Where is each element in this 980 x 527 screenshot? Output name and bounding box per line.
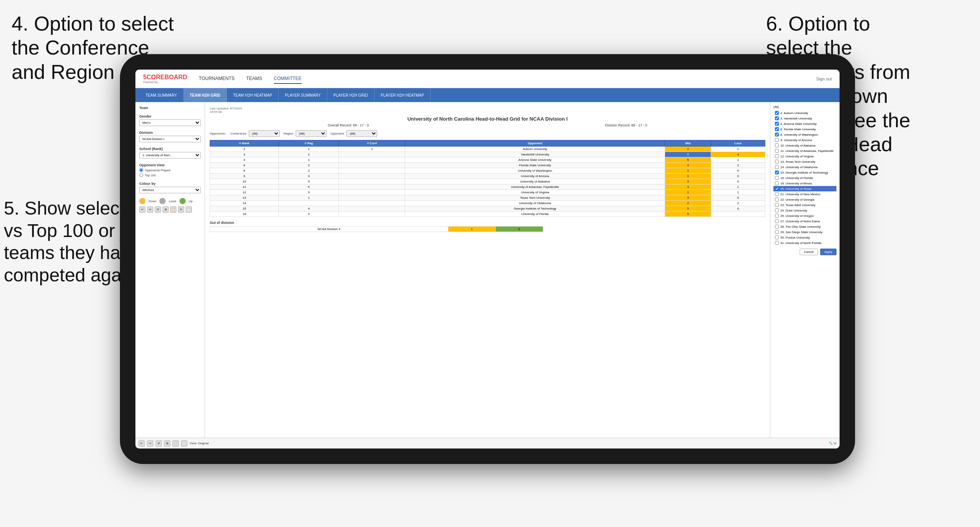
list-item-checkbox[interactable] — [775, 192, 779, 196]
cell-win: 4 — [665, 163, 711, 168]
bottom-undo[interactable]: ↩ — [139, 440, 145, 447]
bottom-redo[interactable]: ↪ — [147, 440, 153, 447]
list-item[interactable]: 9. University of Arizona — [773, 137, 836, 143]
nav-tournaments[interactable]: TOURNAMENTS — [199, 74, 234, 84]
copy-button[interactable]: ⧉ — [162, 206, 169, 213]
list-item-checkbox[interactable] — [775, 187, 779, 191]
list-item[interactable]: 3. Vanderbilt University — [773, 116, 836, 121]
subnav-team-summary[interactable]: TEAM SUMMARY — [139, 88, 184, 102]
conference-filter-select[interactable]: (All) — [249, 130, 280, 137]
opponent-filter-select[interactable]: (All) — [346, 130, 377, 137]
list-item[interactable]: 31. University of North Florida — [773, 240, 836, 246]
list-item-checkbox[interactable] — [775, 208, 779, 212]
list-item-checkbox[interactable] — [775, 149, 779, 153]
radio-top100-input[interactable] — [139, 173, 143, 177]
list-item-checkbox[interactable] — [775, 127, 779, 131]
col-win: Win — [665, 140, 711, 147]
apply-button[interactable]: Apply — [820, 249, 836, 255]
list-item[interactable]: 29. San Diego State University — [773, 229, 836, 235]
radio-top100[interactable]: Top 100 — [139, 173, 201, 177]
list-item-checkbox[interactable] — [775, 219, 779, 223]
list-item[interactable]: 16. University of Florida — [773, 175, 836, 181]
reset-button[interactable]: ↺ — [155, 206, 161, 213]
main-content: Last Updated: 4/7/2024 16:55:38 Universi… — [205, 102, 770, 438]
logo: 5COREBOARD Powered by... — [143, 74, 187, 84]
undo-button[interactable]: ↩ — [139, 206, 145, 213]
radio-opponents-played[interactable]: Opponents Played — [139, 168, 201, 172]
nav-committee[interactable]: COMMITTEE — [274, 74, 302, 84]
region-filter-select[interactable]: (All) — [296, 130, 327, 137]
division-select[interactable]: NCAA Division I — [139, 136, 201, 142]
bottom-paste[interactable]: 📋 — [173, 440, 179, 447]
colour-select[interactable]: Win/loss — [139, 187, 201, 193]
list-item[interactable]: 10. University of Alabama — [773, 143, 836, 148]
list-item[interactable]: 14. University of Oklahoma — [773, 164, 836, 170]
list-item[interactable]: 20. University of Texas — [773, 186, 836, 191]
list-item-checkbox[interactable] — [775, 241, 779, 245]
school-select[interactable]: 1. University of Nort... — [139, 152, 201, 159]
list-item-checkbox[interactable] — [775, 230, 779, 234]
gender-select[interactable]: Men's — [139, 119, 201, 126]
list-item[interactable]: 23. Texas A&M University — [773, 202, 836, 208]
cell-win: 5 — [665, 206, 711, 211]
redo-button[interactable]: ↪ — [147, 206, 153, 213]
subnav-player-h2h-grid[interactable]: PLAYER H2H GRID — [327, 88, 375, 102]
list-item[interactable]: 2. Auburn University — [773, 110, 836, 116]
list-item[interactable]: 12. University of Virginia — [773, 153, 836, 159]
list-item[interactable]: 4. Arizona State University — [773, 121, 836, 126]
list-item-checkbox[interactable] — [775, 176, 779, 180]
list-item[interactable]: 8. University of Washington — [773, 132, 836, 137]
list-item-checkbox[interactable] — [775, 111, 779, 115]
content-area: Team Gender Men's Division NCAA Division… — [135, 102, 840, 438]
list-item[interactable]: 11. University of Arkansas, Fayetteville — [773, 148, 836, 153]
bottom-copy[interactable]: ⧉ — [164, 440, 170, 447]
nav-signout[interactable]: Sign out — [816, 77, 832, 81]
list-item-checkbox[interactable] — [775, 143, 779, 147]
cell-opponent: University of Oklahoma — [405, 201, 665, 206]
list-item-checkbox[interactable] — [775, 214, 779, 218]
list-item[interactable]: 6. Florida State University — [773, 126, 836, 132]
refresh-button[interactable]: ⟳ — [178, 206, 184, 213]
list-item-checkbox[interactable] — [775, 181, 779, 185]
cell-opponent: Auburn University — [405, 147, 665, 152]
subnav-team-h2h-grid[interactable]: TEAM H2H GRID — [184, 88, 227, 102]
subnav-team-h2h-heatmap[interactable]: TEAM H2H HEATMAP — [227, 88, 279, 102]
legend-level: Level — [169, 200, 176, 203]
list-item[interactable]: 25. University of Oregon — [773, 213, 836, 218]
paste-button[interactable]: 📋 — [170, 206, 176, 213]
list-item-checkbox[interactable] — [775, 225, 779, 229]
list-item-checkbox[interactable] — [775, 154, 779, 158]
list-item-checkbox[interactable] — [775, 116, 779, 120]
list-item[interactable]: 15. Georgia Institute of Technology — [773, 170, 836, 175]
list-item-checkbox[interactable] — [775, 235, 779, 239]
list-item[interactable]: 13. Texas Tech University — [773, 159, 836, 164]
list-item-label: 8. University of Washington — [780, 133, 818, 136]
list-item[interactable]: 22. University of Georgia — [773, 197, 836, 202]
radio-opponents-played-input[interactable] — [139, 168, 143, 172]
list-item-checkbox[interactable] — [775, 171, 779, 174]
list-item[interactable]: 27. University of Notre Dame — [773, 218, 836, 224]
nav-teams[interactable]: TEAMS — [246, 74, 262, 84]
list-item-label: 13. Texas Tech University — [780, 160, 815, 164]
list-item[interactable]: 30. Purdue University — [773, 235, 836, 240]
list-item-checkbox[interactable] — [775, 203, 779, 207]
list-item-checkbox[interactable] — [775, 133, 779, 136]
left-panel: Team Gender Men's Division NCAA Division… — [135, 102, 205, 438]
list-item[interactable]: 18. University of Illinois — [773, 181, 836, 186]
list-item-checkbox[interactable] — [775, 122, 779, 126]
list-item-checkbox[interactable] — [775, 160, 779, 164]
subnav-player-h2h-heatmap[interactable]: PLAYER H2H HEATMAP — [375, 88, 431, 102]
list-item-checkbox[interactable] — [775, 138, 779, 142]
opponents-label: Opponents: — [210, 132, 226, 135]
list-item-label: 14. University of Oklahoma — [780, 165, 818, 169]
opponent-view-radio-group: Opponents Played Top 100 — [139, 168, 201, 177]
list-item-checkbox[interactable] — [775, 165, 779, 169]
list-item[interactable]: 28. The Ohio State University — [773, 224, 836, 229]
list-item[interactable]: 21. University of New Mexico — [773, 191, 836, 197]
list-item-label: 6. Florida State University — [780, 128, 816, 131]
bottom-reset[interactable]: ↺ — [156, 440, 162, 447]
list-item-checkbox[interactable] — [775, 198, 779, 201]
list-item[interactable]: 24. Duke University — [773, 208, 836, 213]
cancel-button[interactable]: Cancel — [800, 249, 818, 255]
subnav-player-summary[interactable]: PLAYER SUMMARY — [279, 88, 327, 102]
